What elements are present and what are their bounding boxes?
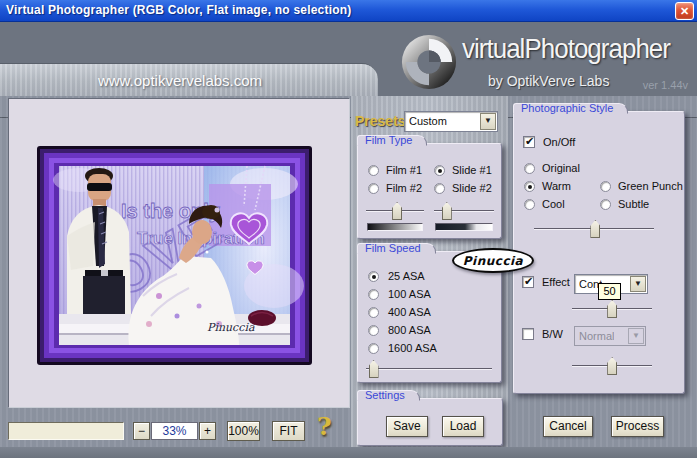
presets-dropdown[interactable]: Custom xyxy=(404,111,498,132)
version-label: ver 1.44v xyxy=(643,79,688,91)
radio-subtle-label: Subtle xyxy=(618,198,649,210)
radio-film1[interactable] xyxy=(368,165,379,176)
radio-slide2-label: Slide #2 xyxy=(452,182,492,194)
radio-100asa[interactable] xyxy=(368,289,379,300)
film-type-slider-1[interactable] xyxy=(366,202,424,220)
bw-dropdown-arrow-icon xyxy=(628,328,644,344)
settings-title: Settings xyxy=(357,390,420,401)
radio-25asa-label: 25 ASA xyxy=(388,270,425,282)
film-type-group: Film Type Film #1 Slide #1 Film #2 Slide… xyxy=(357,143,502,239)
radio-slide2[interactable] xyxy=(434,183,445,194)
radio-100asa-label: 100 ASA xyxy=(388,288,431,300)
zoom-100-button[interactable]: 100% xyxy=(227,421,260,441)
radio-cool[interactable] xyxy=(524,199,535,210)
radio-400asa-label: 400 ASA xyxy=(388,306,431,318)
art-signature: Pinuccia xyxy=(207,321,255,334)
watermark-badge: Pinuccia xyxy=(452,248,534,273)
radio-film1-label: Film #1 xyxy=(386,164,422,176)
watermark-text: Pinuccia xyxy=(454,254,532,268)
radio-slide1-label: Slide #1 xyxy=(452,164,492,176)
bottom-strip xyxy=(0,447,697,458)
film-type-gradient-2 xyxy=(435,223,493,231)
radio-film2[interactable] xyxy=(368,183,379,194)
presets-dropdown-arrow-icon[interactable] xyxy=(480,113,496,130)
photographic-style-title: Photographic Style xyxy=(513,103,628,114)
cancel-button[interactable]: Cancel xyxy=(543,416,593,437)
radio-25asa[interactable] xyxy=(368,271,379,282)
radio-subtle[interactable] xyxy=(600,199,611,210)
bw-label: B/W xyxy=(542,328,563,340)
radio-film2-label: Film #2 xyxy=(386,182,422,194)
radio-original-label: Original xyxy=(542,162,580,174)
film-type-gradient-1 xyxy=(367,223,423,231)
film-type-slider-2[interactable] xyxy=(434,202,494,220)
film-type-title: Film Type xyxy=(357,135,427,146)
style-strength-slider[interactable] xyxy=(534,220,654,238)
brand-title: virtualPhotographer xyxy=(462,34,685,65)
photographic-style-group: Photographic Style On/Off Original Warm … xyxy=(513,111,685,394)
presets-label: Presets xyxy=(355,113,406,129)
effect-dropdown-arrow-icon[interactable] xyxy=(630,276,646,292)
effect-value-tooltip: 50 xyxy=(598,283,621,300)
radio-1600asa[interactable] xyxy=(368,343,379,354)
radio-800asa[interactable] xyxy=(368,325,379,336)
optikverve-swirl-logo-icon xyxy=(400,33,458,91)
settings-group: Settings Save Load xyxy=(357,398,503,446)
header: www.optikvervelabs.com virtualPhotograph… xyxy=(0,22,697,96)
virtual-photographer-dialog: Virtual Photographer (RGB Color, Flat im… xyxy=(0,0,697,458)
radio-1600asa-label: 1600 ASA xyxy=(388,342,437,354)
preview-image: LOVE True Inspiration Is the only xyxy=(37,146,312,365)
radio-800asa-label: 800 ASA xyxy=(388,324,431,336)
brand-byline: by OptikVerve Labs xyxy=(488,73,609,89)
fit-button[interactable]: FIT xyxy=(272,421,305,441)
image-preview-area[interactable]: LOVE True Inspiration Is the only xyxy=(8,98,350,408)
effect-slider[interactable] xyxy=(572,300,652,318)
process-button[interactable]: Process xyxy=(611,416,664,437)
save-button[interactable]: Save xyxy=(386,416,428,437)
radio-original[interactable] xyxy=(524,163,535,174)
radio-slide1[interactable] xyxy=(434,165,445,176)
radio-green-punch[interactable] xyxy=(600,181,611,192)
effect-checkbox[interactable] xyxy=(522,276,534,288)
help-icon[interactable]: ? xyxy=(317,412,332,441)
radio-warm-label: Warm xyxy=(542,180,571,192)
onoff-checkbox[interactable] xyxy=(523,136,535,148)
radio-green-punch-label: Green Punch xyxy=(618,180,683,192)
website-link[interactable]: www.optikvervelabs.com xyxy=(0,72,360,89)
progress-bar xyxy=(8,422,124,440)
film-speed-slider[interactable] xyxy=(366,360,492,378)
bw-checkbox[interactable] xyxy=(522,328,534,340)
bw-slider[interactable] xyxy=(572,357,652,375)
radio-400asa[interactable] xyxy=(368,307,379,318)
effect-label: Effect xyxy=(542,276,570,288)
radio-cool-label: Cool xyxy=(542,198,565,210)
zoom-in-button[interactable]: + xyxy=(199,422,216,440)
site-bar: www.optikvervelabs.com xyxy=(0,63,378,96)
film-speed-title: Film Speed xyxy=(357,243,436,254)
zoom-level-field[interactable]: 33% xyxy=(151,422,198,440)
bw-value: Normal xyxy=(579,330,614,342)
close-button[interactable]: ✕ xyxy=(675,2,694,20)
load-button[interactable]: Load xyxy=(442,416,484,437)
radio-warm[interactable] xyxy=(524,181,535,192)
zoom-out-button[interactable]: − xyxy=(133,422,150,440)
window-title: Virtual Photographer (RGB Color, Flat im… xyxy=(6,3,351,17)
bw-dropdown: Normal xyxy=(574,326,646,346)
presets-value: Custom xyxy=(409,115,447,127)
onoff-label: On/Off xyxy=(543,136,575,148)
title-bar: Virtual Photographer (RGB Color, Flat im… xyxy=(0,0,697,22)
